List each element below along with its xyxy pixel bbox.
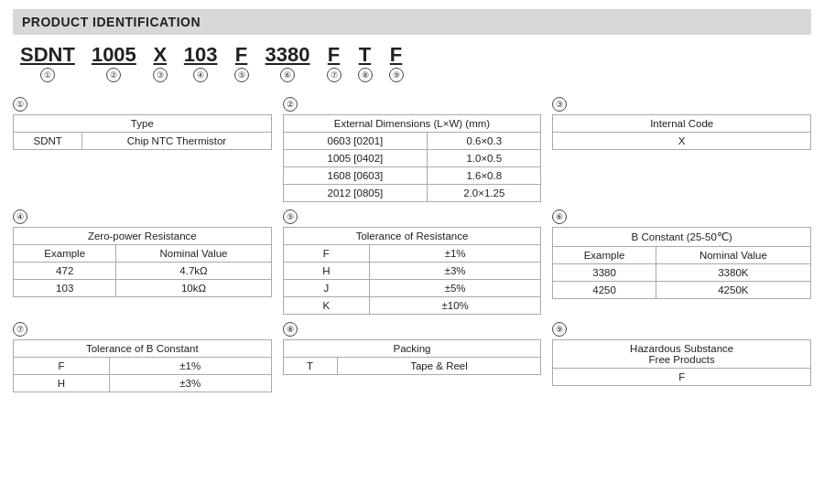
- section-6-block: ⑥ B Constant (25-50℃) Example Nominal Va…: [552, 209, 811, 315]
- section-4-row1-col1: 472: [14, 263, 116, 280]
- section-3-circle: ③: [552, 97, 567, 112]
- section-1-label: ①: [13, 97, 272, 112]
- section-5-circle: ⑤: [283, 209, 298, 224]
- section-6-row2-col1: 4250: [553, 282, 656, 299]
- section-1-table: Type SDNT Chip NTC Thermistor: [13, 114, 272, 150]
- section-5-row2-col2: ±3%: [369, 263, 540, 280]
- section-9-circle: ⑨: [552, 322, 567, 337]
- section-6-row2-col2: 4250K: [656, 282, 810, 299]
- section-8-block: ⑧ Packing T Tape & Reel: [283, 322, 542, 392]
- section-4-table: Zero-power Resistance Example Nominal Va…: [13, 227, 272, 297]
- section-5-row4-col2: ±10%: [369, 297, 540, 315]
- section-4-col1-header: Example: [14, 245, 116, 263]
- section-3-value: X: [553, 133, 811, 150]
- seg-num-9: ⑨: [389, 68, 404, 82]
- section-5-table: Tolerance of Resistance F ±1% H ±3% J ±5…: [283, 227, 542, 315]
- section-2-row3-col1: 1608 [0603]: [283, 167, 428, 185]
- section-2-row3-col2: 1.6×0.8: [428, 167, 541, 185]
- section-1-row1-col1: SDNT: [14, 133, 82, 150]
- section-7-block: ⑦ Tolerance of B Constant F ±1% H ±3%: [13, 322, 272, 392]
- section-4-header: Zero-power Resistance: [14, 228, 272, 245]
- section-1-row1-col2: Chip NTC Thermistor: [82, 133, 271, 150]
- section-2-row1-col1: 0603 [0201]: [283, 133, 428, 150]
- section-5-row3-col2: ±5%: [369, 280, 540, 297]
- section-7-label: ⑦: [13, 322, 272, 337]
- section-3-label: ③: [552, 97, 811, 112]
- section-6-table: B Constant (25-50℃) Example Nominal Valu…: [552, 227, 811, 299]
- section-5-row1-col2: ±1%: [369, 245, 540, 263]
- seg-num-8: ⑧: [358, 68, 373, 82]
- section-7-table: Tolerance of B Constant F ±1% H ±3%: [13, 339, 272, 392]
- section-6-row1-col2: 3380K: [656, 264, 810, 282]
- part-seg-4: 103 ④: [184, 44, 218, 82]
- section-7-row2-col1: H: [14, 375, 110, 392]
- seg-num-5: ⑤: [234, 68, 249, 82]
- section-9-block: ⑨ Hazardous SubstanceFree Products F: [552, 322, 811, 392]
- part-number-row: SDNT ① 1005 ② X ③ 103 ④ F ⑤ 3380 ⑥ F ⑦ T: [13, 44, 811, 82]
- section-5-header: Tolerance of Resistance: [283, 228, 541, 245]
- section-6-label: ⑥: [552, 209, 811, 224]
- section-7-row1-col2: ±1%: [109, 358, 271, 375]
- section-4-col2-header: Nominal Value: [116, 245, 271, 263]
- section-1-header: Type: [14, 115, 272, 133]
- section-4-circle: ④: [13, 209, 27, 224]
- section-2-block: ② External Dimensions (L×W) (mm) 0603 [0…: [283, 97, 542, 202]
- section-5-block: ⑤ Tolerance of Resistance F ±1% H ±3% J …: [283, 209, 542, 315]
- seg-text-6: 3380: [266, 44, 310, 66]
- section-6-circle: ⑥: [552, 209, 567, 224]
- section-7-row2-col2: ±3%: [109, 375, 271, 392]
- part-seg-2: 1005 ②: [92, 44, 136, 82]
- seg-num-6: ⑥: [280, 68, 295, 82]
- seg-text-3: X: [154, 44, 168, 66]
- page-wrapper: PRODUCT IDENTIFICATION SDNT ① 1005 ② X ③…: [0, 0, 824, 409]
- section-2-table: External Dimensions (L×W) (mm) 0603 [020…: [283, 114, 542, 202]
- section-5-row1-col1: F: [283, 245, 369, 263]
- section-4-row1-col2: 4.7kΩ: [116, 263, 271, 280]
- section-8-row1-col2: Tape & Reel: [337, 358, 541, 375]
- part-seg-5: F ⑤: [234, 44, 249, 82]
- section-3-table: Internal Code X: [552, 114, 811, 150]
- section-3-block: ③ Internal Code X: [552, 97, 811, 202]
- seg-num-1: ①: [40, 68, 55, 82]
- section-2-circle: ②: [283, 97, 298, 112]
- section-2-row1-col2: 0.6×0.3: [428, 133, 541, 150]
- section-2-row2-col2: 1.0×0.5: [428, 150, 541, 167]
- section-7-circle: ⑦: [13, 322, 27, 337]
- section-2-row4-col1: 2012 [0805]: [283, 185, 428, 202]
- row-2: ④ Zero-power Resistance Example Nominal …: [13, 209, 811, 315]
- section-7-row1-col1: F: [14, 358, 110, 375]
- section-4-block: ④ Zero-power Resistance Example Nominal …: [13, 209, 272, 315]
- section-1-circle: ①: [13, 97, 27, 112]
- section-8-row1-col1: T: [283, 358, 337, 375]
- part-seg-6: 3380 ⑥: [266, 44, 310, 82]
- section-5-row3-col1: J: [283, 280, 369, 297]
- section-2-row4-col2: 2.0×1.25: [428, 185, 541, 202]
- seg-text-1: SDNT: [20, 44, 75, 66]
- section-3-header: Internal Code: [553, 115, 811, 133]
- section-5-row4-col1: K: [283, 297, 369, 315]
- section-4-label: ④: [13, 209, 272, 224]
- section-8-table: Packing T Tape & Reel: [283, 339, 542, 375]
- section-9-value: F: [553, 369, 811, 386]
- section-8-header: Packing: [283, 340, 541, 358]
- part-seg-9: F ⑨: [389, 44, 404, 82]
- section-9-label: ⑨: [552, 322, 811, 337]
- section-7-header: Tolerance of B Constant: [14, 340, 272, 358]
- section-2-label: ②: [283, 97, 542, 112]
- section-8-circle: ⑧: [283, 322, 298, 337]
- section-9-header: Hazardous SubstanceFree Products: [553, 340, 811, 369]
- seg-num-3: ③: [153, 68, 168, 82]
- seg-text-5: F: [235, 44, 247, 66]
- section-4-row2-col1: 103: [14, 280, 116, 297]
- seg-num-2: ②: [106, 68, 121, 82]
- page-title: PRODUCT IDENTIFICATION: [13, 9, 811, 35]
- part-seg-3: X ③: [153, 44, 168, 82]
- section-6-col1-header: Example: [553, 247, 656, 264]
- section-6-col2-header: Nominal Value: [656, 247, 810, 264]
- row-3: ⑦ Tolerance of B Constant F ±1% H ±3% ⑧: [13, 322, 811, 392]
- part-seg-7: F ⑦: [327, 44, 342, 82]
- section-6-row1-col1: 3380: [553, 264, 656, 282]
- section-2-row2-col1: 1005 [0402]: [283, 150, 428, 167]
- section-2-header: External Dimensions (L×W) (mm): [283, 115, 541, 133]
- part-seg-8: T ⑧: [358, 44, 373, 82]
